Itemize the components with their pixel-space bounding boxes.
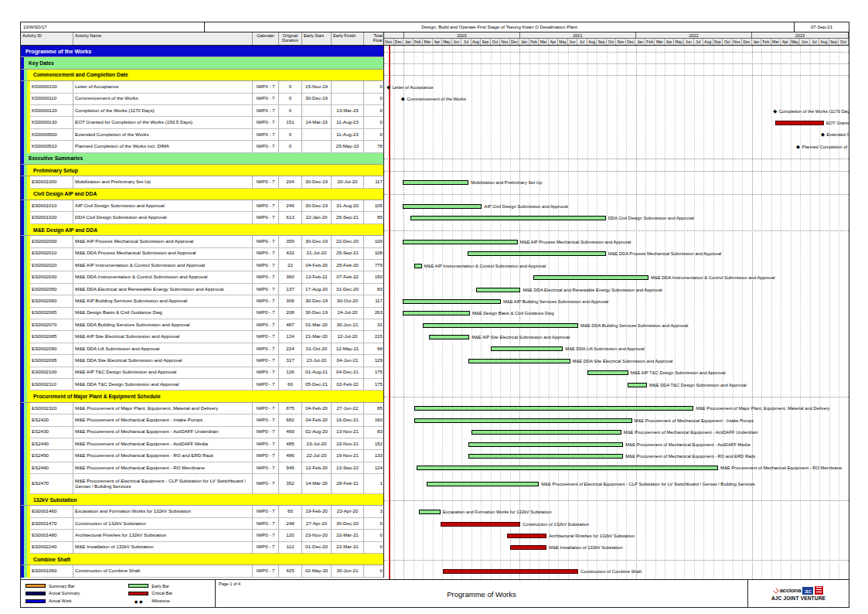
year-cell: 2020 [404,32,520,38]
activity-row: KD0000100Letter of AcceptanceIWP0 - 7015… [21,81,849,93]
year-cell: 2023 [752,32,849,38]
activity-row: ES2450M&E Procurement of Mechanical Equi… [21,450,849,462]
ef-cell: 30-Oct-20 [332,295,364,307]
acciona-logo-text: acciona [780,587,802,594]
group-row: Programme of the Works [21,46,849,57]
month-cell: May [674,39,684,45]
od-cell: 60 [279,379,302,391]
header-row: Activity ID Activity Name Calendar Origi… [21,32,849,46]
gantt-bar [423,323,578,328]
gantt-row-canvas: M&E Procurement of Mechanical Equipment … [384,414,849,426]
es-cell: 04-Feb-20 [302,403,332,414]
gantt-row-canvas [384,70,849,81]
ef-cell [332,94,364,105]
tf-cell: 215 [364,331,384,343]
id-cell: ES0001020 [30,212,73,223]
calendar-cell: IWP0 - 7 [253,403,279,414]
month-cell: Apr [781,39,791,45]
month-cell: May [442,39,452,45]
es-cell: 12-Feb-20 [302,462,332,474]
calendar-cell: IWP0 - 7 [253,379,279,391]
gantt-bar [403,180,468,185]
gantt-bar [471,430,621,435]
calendar-cell: IWP0 - 7 [253,450,279,462]
calendar-cell: IWP0 - 7 [253,94,279,105]
acciona-logo-icon [772,587,778,593]
od-cell: 469 [279,427,302,438]
month-cell: Apr [549,39,559,45]
gantt-row-canvas [384,165,849,176]
calendar-cell: IWP0 - 7 [253,129,279,141]
tf-cell: 108 [364,248,384,260]
calendar-cell: IWP0 - 7 [253,248,279,260]
row-table-part: 132kV Substation [21,494,384,506]
es-cell: 17-Aug-20 [302,284,332,295]
od-cell: 359 [279,236,302,247]
tf-cell: 0 [364,94,384,105]
ef-cell: 31-Aug-20 [332,200,364,212]
id-cell: ES0002110 [30,379,73,391]
calendar-cell: IWP0 - 7 [253,331,279,343]
name-cell: Completion of the Works (1170 Days) [73,105,253,117]
gantt-row-canvas: Mobilization and Preliminary Set Up [384,176,849,188]
ef-cell: 19-Nov-21 [332,438,364,450]
es-cell: 22-Jan-20 [302,212,332,223]
milestone-icon: ◆ [821,132,825,138]
name-cell: M&E AIP Instrumentation & Control Submis… [73,260,253,271]
gantt-bar [429,335,469,339]
name-cell: M&E DDA Site Electrical Submission and A… [73,355,253,367]
month-cell: Jun [452,39,462,45]
tf-cell: 0 [364,542,384,554]
tf-cell: 117 [364,295,384,307]
bar-label: M&E Procurement of Mechanical Equipment … [625,442,750,447]
month-cell: May [791,39,801,45]
calendar-cell: IWP0 - 7 [253,260,279,271]
gantt-row-canvas [384,224,849,236]
gantt-row-canvas [384,153,849,165]
od-cell: 485 [279,438,302,450]
calendar-cell: IWP0 - 7 [253,427,279,438]
od-cell: 246 [279,200,302,212]
gantt-row-canvas: ◆Planned Completion of the Works incl. D… [384,141,849,152]
name-cell: M&E Procurement of Mechanical Equipment … [73,427,253,438]
calendar-cell: IWP0 - 7 [253,518,279,530]
od-cell: 208 [279,308,302,319]
month-cell: Mar [655,39,665,45]
bar-label: EOT Granted for Completion of the Works … [826,121,849,125]
activity-row: ES0002090M&E DDA Lift Submission and App… [21,343,849,355]
gantt-row-canvas [384,189,849,200]
gantt-bar [403,299,501,304]
name-cell: EOT Granted for Completion of the Works … [73,117,253,128]
ef-cell: 25-Sep-21 [332,248,364,260]
name-cell: M&E Installation of 132kV Substation [73,542,253,554]
group-row: Procurement of Major Plant & Equipment S… [21,391,849,402]
ef-cell: 25-Feb-20 [332,260,364,271]
legend-label: Milestone [151,599,170,603]
es-cell [302,105,332,117]
name-cell: M&E AIP Site Electrical Submission and A… [73,331,253,343]
gantt-bar [419,510,441,514]
od-cell: 0 [279,129,302,141]
legend-item: Critical Bar [128,591,210,595]
id-cell: ES0002100 [30,367,73,379]
rows-container: Programme of the WorksKey DatesCommencem… [21,46,849,578]
month-cell: Jun [568,39,578,45]
activity-row: ES0002050M&E DDA Electrical and Renewabl… [21,284,849,295]
gantt-row-canvas: M&E AIP Site Electrical Submission and A… [384,331,849,343]
id-cell: ES0002085 [30,331,73,343]
group-row: Executive Summaries [21,153,849,165]
gantt-row-canvas: M&E DDA Lift Submission and Approval [384,343,849,355]
row-table-part: KD0000120Completion of the Works (1170 D… [21,105,384,117]
ef-cell: 07-Feb-22 [332,271,364,283]
cscec-logo-icon [815,586,823,595]
od-cell: 65 [279,506,302,517]
gantt-row-canvas: M&E AIP Process Mechanical Submission an… [384,236,849,247]
calendar-cell: IWP0 - 7 [253,271,279,283]
ef-cell: 04-Dec-21 [332,367,364,379]
tf-cell: 83 [364,284,384,295]
month-cell: Dec [510,39,520,45]
gantt-row-canvas: M&E DDA Building Services Submission and… [384,319,849,331]
calendar-cell: IWP0 - 7 [253,295,279,307]
group-label: 132kV Substation [27,494,383,505]
tf-cell: 85 [364,403,384,414]
